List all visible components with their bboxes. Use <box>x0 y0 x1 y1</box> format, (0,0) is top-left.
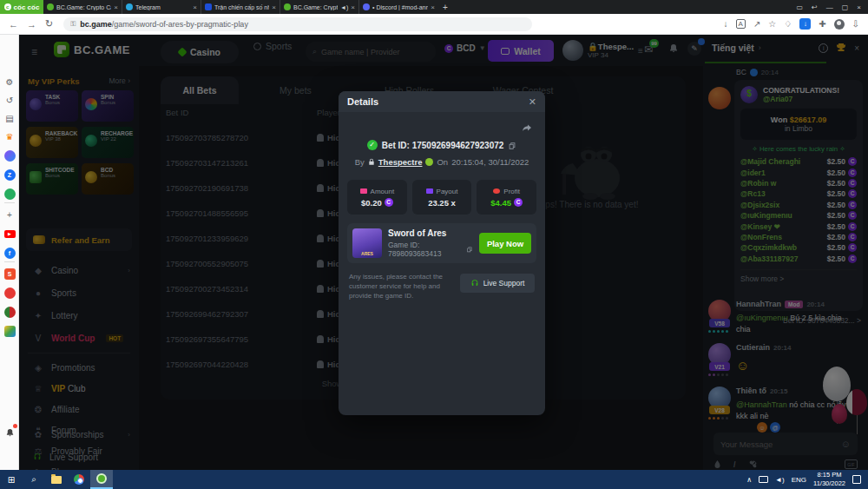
bet-stats: Amount $0.20C Payout 23.25 x Profit $4.4… <box>347 180 536 215</box>
notifications-bell-icon[interactable] <box>3 426 16 439</box>
stat-amount: Amount $0.20C <box>347 180 407 215</box>
modal-bet-id-row: ✓ Bet ID: 1750926994627923072 <box>339 140 545 150</box>
bettor-username[interactable]: Thespectre <box>378 157 423 167</box>
translate-icon[interactable]: A <box>736 19 746 29</box>
headset-icon <box>470 279 479 287</box>
share-icon[interactable]: ↗ <box>753 19 760 29</box>
youtube-icon[interactable]: ▶ <box>3 227 16 241</box>
tab-close-icon[interactable]: × <box>114 3 118 11</box>
soccer-icon[interactable] <box>3 305 16 319</box>
game-name: Sword of Ares <box>388 228 473 238</box>
tab-close-icon[interactable]: × <box>351 3 355 11</box>
start-button[interactable]: ⊞ <box>0 470 23 489</box>
file-explorer-icon[interactable] <box>45 470 68 489</box>
profit-icon <box>493 188 500 194</box>
play-now-button[interactable]: Play Now <box>479 233 531 254</box>
capture-icon[interactable]: ▭ <box>797 3 804 11</box>
taskbar-search-icon[interactable]: ⌕ <box>23 470 45 489</box>
taskbar-tray: ∧ ◄) ENG 8:15 PM 11/30/2022 <box>746 471 868 488</box>
language-indicator[interactable]: ENG <box>792 476 806 484</box>
video-favicon <box>205 3 212 10</box>
browser-side-rail: ⚙ ↺ ▤ ♛ Z + ▶ f S … <box>0 35 19 470</box>
shopee-icon[interactable]: S <box>3 267 16 281</box>
game-thumbnail[interactable] <box>352 228 382 258</box>
bcd-coin-icon: C <box>514 198 523 207</box>
tab-discord[interactable]: • Discord | #mod-announc × <box>359 0 438 14</box>
facebook-icon[interactable]: f <box>3 246 16 260</box>
notification-dot <box>13 424 17 428</box>
news-icon[interactable] <box>3 286 16 300</box>
share-icon[interactable] <box>521 122 533 133</box>
stat-profit: Profit $4.45C <box>477 180 536 215</box>
zalo-icon[interactable]: Z <box>3 168 16 182</box>
divider <box>4 202 15 203</box>
add-shortcut-icon[interactable]: + <box>3 208 16 221</box>
download-active-button[interactable]: ↓ <box>799 18 811 30</box>
back-button[interactable]: ← <box>9 19 18 30</box>
modal-title: Details <box>347 96 378 107</box>
coccoc-taskbar-icon[interactable] <box>90 470 113 489</box>
close-button[interactable]: × <box>857 3 861 11</box>
hidden-icons-chevron[interactable]: ∧ <box>746 476 752 484</box>
support-note: Any issues, please contact the customer … <box>349 272 453 301</box>
settings-gear-icon[interactable]: ⚙ <box>3 75 16 89</box>
brand-label: cốc cốc <box>14 3 40 11</box>
profile-avatar[interactable] <box>834 19 845 30</box>
ssl-lock-icon[interactable]: ⚿ <box>70 20 76 29</box>
tab-telegram[interactable]: Telegram × <box>122 0 201 14</box>
tab-sound-icon[interactable]: ◄) <box>340 4 348 10</box>
chrome-taskbar-icon[interactable] <box>68 470 90 489</box>
forward-button[interactable]: → <box>27 19 36 30</box>
adblock-shield-icon[interactable]: ♢ <box>784 19 792 29</box>
photos-icon[interactable] <box>3 324 16 338</box>
hot-news-crown-icon[interactable]: ♛ <box>3 129 16 143</box>
tab-close-icon[interactable]: × <box>431 3 435 11</box>
frog-emoji-icon <box>425 158 433 166</box>
tab-close-icon[interactable]: × <box>193 3 197 11</box>
network-icon[interactable] <box>759 476 768 483</box>
window-controls: ▭ ↩ — ▢ × <box>797 0 868 14</box>
maximize-button[interactable]: ▢ <box>842 3 849 11</box>
downloads-tray-icon[interactable]: ⇩ <box>852 19 859 29</box>
browser-brand-button[interactable]: c cốc cốc <box>0 0 43 14</box>
taskbar-clock[interactable]: 8:15 PM 11/30/2022 <box>813 471 845 488</box>
game-card: Sword of Ares Game ID: 7898093683413 Pla… <box>347 223 536 263</box>
url-domain: bc.game <box>80 20 112 29</box>
back-to-icon[interactable]: ↩ <box>812 3 818 11</box>
live-support-button[interactable]: Live Support <box>460 274 535 293</box>
tab-video[interactable]: Trận chiến cấp số nhân chơi × <box>201 0 280 14</box>
discord-favicon <box>363 3 370 10</box>
history-icon[interactable]: ↺ <box>3 93 16 107</box>
tab-close-icon[interactable]: × <box>272 3 276 11</box>
copy-icon[interactable] <box>466 245 473 254</box>
divider <box>4 261 15 262</box>
telegram-favicon <box>126 3 133 10</box>
action-center-icon[interactable] <box>852 475 861 484</box>
verified-shield-icon: ✓ <box>367 140 378 150</box>
tab-bcgame-2[interactable]: BC.Game: Crypto Casino ◄) × <box>280 0 359 14</box>
bcgame-favicon <box>47 3 54 10</box>
windows-taskbar: ⊞ ⌕ ∧ ◄) ENG 8:15 PM 11/30/2022 <box>0 470 868 489</box>
copy-icon[interactable] <box>508 141 516 150</box>
address-bar[interactable]: ⚿ bc.game/game/sword-of-ares-by-pragmati… <box>63 17 532 31</box>
extensions-icon[interactable]: ✚ <box>819 19 825 29</box>
reload-button[interactable]: ↻ <box>45 18 53 30</box>
amount-icon <box>360 188 367 194</box>
screen: c cốc cốc BC.Game: Crypto Casino Ga × Te… <box>0 0 868 489</box>
reading-list-icon[interactable]: ▤ <box>3 111 16 125</box>
details-modal: Details ✕ ✓ Bet ID: 1750926994627923072 … <box>339 91 545 415</box>
bcgame-favicon <box>284 3 291 10</box>
messenger-icon[interactable] <box>3 149 16 162</box>
games-icon[interactable] <box>3 187 16 201</box>
coccoc-logo-icon: c <box>4 3 11 10</box>
toolbar-icons: ↓ A ↗ ☆ ♢ ↓ ✚ ⇩ <box>724 18 868 30</box>
bookmark-star-icon[interactable]: ☆ <box>768 19 776 29</box>
new-tab-button[interactable]: + <box>438 0 452 14</box>
modal-header: Details ✕ <box>339 91 545 112</box>
modal-close-icon[interactable]: ✕ <box>529 96 536 108</box>
tab-bcgame-1[interactable]: BC.Game: Crypto Casino Ga × <box>43 0 122 14</box>
minimize-button[interactable]: — <box>826 3 833 11</box>
payout-icon <box>426 188 433 194</box>
volume-icon[interactable]: ◄) <box>775 476 785 484</box>
save-page-icon[interactable]: ↓ <box>724 19 728 29</box>
